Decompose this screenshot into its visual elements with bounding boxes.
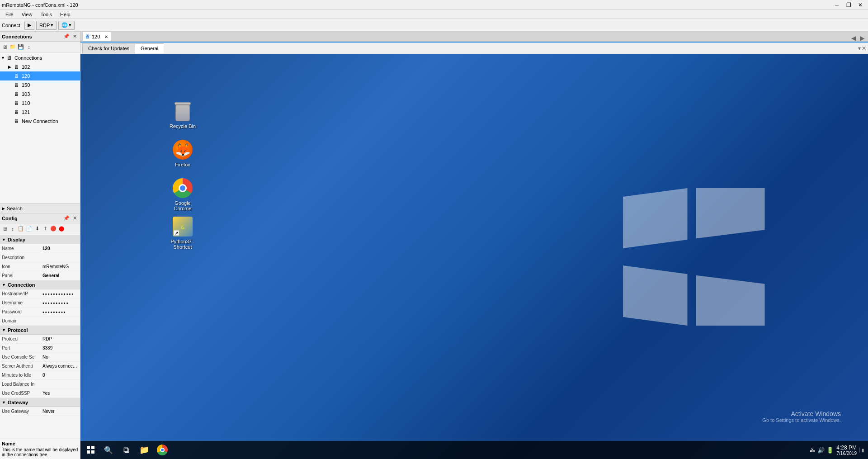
left-panel: Connections 📌 ✕ 🖥 📁 💾 ↕ ▼ 🖥 Connections [0, 32, 80, 459]
tree-root[interactable]: ▼ 🖥 Connections [0, 53, 80, 62]
connections-tree: ▼ 🖥 Connections ▶ 🖥 102 🖥 120 🖥 [0, 52, 80, 203]
activate-windows-title: Activate Windows [762, 410, 841, 417]
gateway-section-label: Gateway [8, 400, 28, 405]
config-section-display[interactable]: ▼ Display [0, 235, 80, 244]
tree-item-120-icon: 🖥 [14, 73, 21, 79]
config-label-use-gateway: Use Gateway [2, 409, 42, 414]
config-btn2[interactable]: ↕ [9, 225, 16, 232]
restore-button[interactable]: ❐ [843, 0, 854, 10]
firefox-icon: 🦊 [173, 140, 193, 160]
minimize-button[interactable]: ─ [831, 0, 843, 10]
show-desktop-button[interactable]: ▮ [859, 448, 864, 453]
connections-pin-button[interactable]: 📌 [63, 33, 70, 40]
recycle-bin-label: Recycle Bin [168, 123, 197, 129]
config-value-name: 120 [42, 246, 78, 251]
network-icon[interactable]: 🖧 [810, 447, 816, 454]
config-btn3[interactable]: 📋 [17, 225, 24, 232]
battery-icon[interactable]: 🔋 [826, 447, 834, 454]
config-row-minutes-idle: Minutes to Idle 0 [0, 371, 80, 380]
config-label-domain: Domain [2, 318, 42, 323]
menu-help[interactable]: Help [57, 11, 74, 18]
recycle-bin-body [175, 105, 190, 121]
connection-section-arrow: ▼ [2, 283, 6, 287]
connections-header-icons: 📌 ✕ [63, 33, 78, 40]
taskbar-chrome-pinned[interactable] [154, 441, 171, 459]
taskbar-search-button[interactable]: 🔍 [100, 442, 117, 458]
taskbar-chrome-center [160, 448, 165, 452]
active-connection-tab[interactable]: 🖥 120 ✕ [82, 32, 111, 42]
taskbar-sys-icons: 🖧 🔊 🔋 [810, 447, 834, 454]
tree-item-new-connection[interactable]: 🖥 New Connection [0, 117, 80, 126]
recycle-bin-icon [173, 101, 193, 121]
taskbar-clock[interactable]: 4:28 PM 7/16/2019 [836, 445, 857, 456]
config-value-protocol: RDP [42, 336, 78, 341]
tree-item-120[interactable]: 🖥 120 [0, 71, 80, 80]
connections-sort-button[interactable]: ↕ [25, 43, 33, 51]
search-panel[interactable]: ▶ Search [0, 203, 80, 213]
desktop-icon-firefox[interactable]: 🦊 Firefox [165, 138, 201, 170]
desktop-icon-python[interactable]: ↗ 🐍 Python37 - Shortcut [165, 215, 201, 252]
connect-button[interactable]: ▶ [24, 21, 34, 30]
sub-tab-close-icon[interactable]: ✕ [862, 45, 866, 52]
python-icon: ↗ 🐍 [173, 217, 193, 237]
sub-tab-general[interactable]: General [135, 43, 164, 53]
titlebar-controls: ─ ❐ ✕ [831, 0, 866, 10]
config-value-password: ••••••••• [42, 309, 78, 315]
menu-view[interactable]: View [18, 11, 36, 18]
tree-item-103-label: 103 [22, 91, 30, 97]
tree-item-150[interactable]: 🖥 150 [0, 80, 80, 90]
menu-file[interactable]: File [2, 11, 17, 18]
taskbar-left: 🔍 ⧉ 📁 [82, 441, 171, 459]
tree-item-121[interactable]: 🖥 121 [0, 108, 80, 117]
sub-tab-check-updates[interactable]: Check for Updates [82, 43, 135, 53]
config-btn8[interactable]: ⬤ [58, 225, 65, 232]
tree-item-110[interactable]: 🖥 110 [0, 99, 80, 108]
nav-next-arrow[interactable]: ▶ [859, 34, 866, 42]
config-section-connection[interactable]: ▼ Connection [0, 280, 80, 289]
activate-windows: Activate Windows Go to Settings to activ… [762, 410, 841, 423]
tab-close-icon[interactable]: ✕ [104, 34, 108, 39]
desktop-icon-chrome[interactable]: Google Chrome [165, 176, 201, 213]
config-close-button[interactable]: ✕ [71, 215, 78, 222]
sub-tab-collapse-icon[interactable]: ▾ [858, 45, 861, 52]
config-pin-button[interactable]: 📌 [63, 215, 70, 222]
taskbar-task-view[interactable]: ⧉ [118, 441, 135, 459]
config-btn6[interactable]: ⬆ [42, 225, 49, 232]
tree-item-102[interactable]: ▶ 🖥 102 [0, 62, 80, 71]
config-label-hostname: Hostname/IP [2, 291, 42, 296]
menu-tools[interactable]: Tools [37, 11, 56, 18]
search-collapse-arrow: ▶ [2, 206, 5, 211]
close-button[interactable]: ✕ [854, 0, 866, 10]
tree-item-103[interactable]: 🖥 103 [0, 90, 80, 99]
start-button[interactable] [82, 441, 99, 459]
desktop-icon-recycle-bin[interactable]: Recycle Bin [165, 99, 201, 131]
config-label-server-auth: Server Authenti [2, 364, 42, 369]
tree-root-icon: 🖥 [6, 55, 14, 61]
connections-add-button[interactable]: 🖥 [1, 43, 8, 51]
config-btn1[interactable]: 🖥 [1, 225, 8, 232]
config-section-gateway[interactable]: ▼ Gateway [0, 398, 80, 407]
config-value-credssp: Yes [42, 391, 78, 396]
rdp-button[interactable]: RDP ▾ [36, 21, 57, 30]
globe-button[interactable]: 🌐 ▾ [58, 21, 75, 30]
config-section-protocol[interactable]: ▼ Protocol [0, 326, 80, 335]
config-row-server-auth: Server Authenti Always connect, ev [0, 362, 80, 371]
config-row-port: Port 3389 [0, 344, 80, 353]
chrome-icon [173, 178, 193, 198]
config-btn5[interactable]: ⬇ [33, 225, 41, 232]
connections-save-button[interactable]: 💾 [17, 43, 24, 51]
config-label-username: Username [2, 300, 42, 305]
config-btn4[interactable]: 📄 [25, 225, 33, 232]
config-label-panel: Panel [2, 273, 42, 278]
tree-item-102-icon: 🖥 [14, 64, 21, 70]
name-hint: Name This is the name that will be displ… [0, 439, 80, 459]
config-btn7[interactable]: 🔴 [50, 225, 57, 232]
volume-icon[interactable]: 🔊 [817, 447, 825, 454]
connections-close-button[interactable]: ✕ [71, 33, 78, 40]
config-panel: Config 📌 ✕ 🖥 ↕ 📋 📄 ⬇ ⬆ 🔴 ⬤ ▼ [0, 213, 80, 459]
windows-logo [606, 171, 778, 343]
taskbar-file-explorer[interactable]: 📁 [136, 441, 153, 459]
nav-prev-arrow[interactable]: ◀ [850, 34, 858, 42]
config-toolbar: 🖥 ↕ 📋 📄 ⬇ ⬆ 🔴 ⬤ [0, 223, 80, 234]
connections-folder-button[interactable]: 📁 [9, 43, 16, 51]
